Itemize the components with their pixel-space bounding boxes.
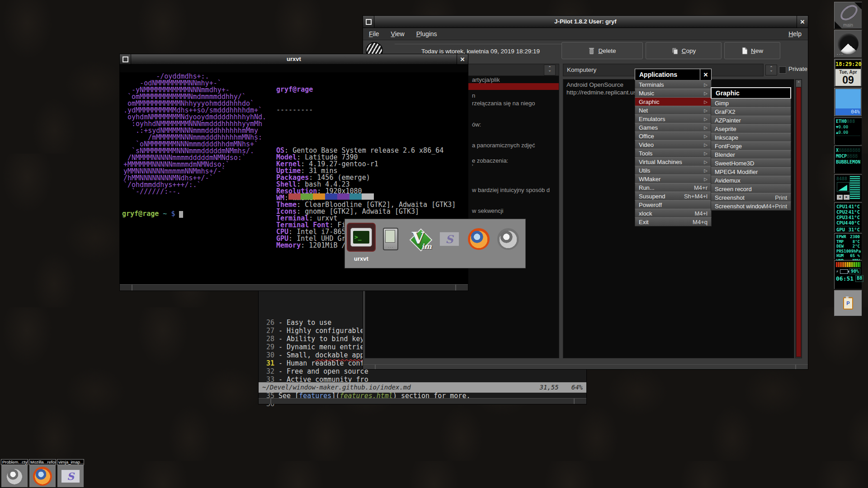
clock-time: 18:29:20: [835, 60, 861, 69]
jpilot-titlebar[interactable]: J-Pilot 1.8.2 User: gryf ✕: [363, 16, 808, 28]
switcher-app[interactable]: [378, 226, 403, 252]
dockapp-memload[interactable]: 04%: [834, 88, 862, 117]
miniwindow-sylpheed[interactable]: vimja_imap... S: [57, 459, 84, 488]
menu-plugins[interactable]: Plugins: [410, 30, 443, 38]
switcher-app[interactable]: [466, 226, 491, 252]
category-spinner[interactable]: ⌃⌄: [765, 65, 777, 75]
menu-item[interactable]: Screenshot windowM4+Print: [711, 202, 791, 211]
private-checkbox[interactable]: [779, 66, 786, 74]
menu-item[interactable]: Terminals▷: [635, 80, 712, 89]
submenu-arrow-icon: ▷: [704, 80, 708, 89]
menu-item[interactable]: ScreenshotPrint: [711, 193, 791, 202]
menu-close-button[interactable]: ✕: [700, 69, 711, 80]
terminal-tabbar[interactable]: [120, 65, 468, 72]
terminal-resizebar[interactable]: [120, 284, 468, 291]
menu-item[interactable]: Music▷: [635, 89, 712, 98]
workspace-clip[interactable]: main: [834, 2, 862, 29]
dockapp-netmonitor[interactable]: ETH0888 ▼0.00 ▲0.00 ▼0.00 ▲0.00: [834, 117, 862, 145]
menu-item[interactable]: Inkscape: [711, 133, 791, 142]
copy-button[interactable]: Copy: [646, 42, 722, 59]
menu-item[interactable]: Blender: [711, 150, 791, 159]
menu-item[interactable]: Net▷: [635, 106, 712, 115]
miniwindow-firefox-gray[interactable]: Problem...ctyl: [1, 459, 28, 488]
dockapp-mixer[interactable]: 8488 ◀ ▶: [834, 174, 862, 202]
vim-resizebar[interactable]: [259, 398, 586, 404]
menu-item[interactable]: Gimp: [711, 99, 791, 108]
memo-scrollbar[interactable]: ⌃: [795, 79, 802, 358]
menu-item[interactable]: Games▷: [635, 123, 712, 132]
switcher-selected-app[interactable]: >_: [347, 223, 376, 252]
net-interface: ETH0: [836, 119, 847, 124]
menu-item[interactable]: Tools▷: [635, 149, 712, 158]
new-label: New: [751, 47, 763, 54]
menu-view[interactable]: View: [385, 30, 410, 38]
menu-item[interactable]: GraFX2: [711, 107, 791, 116]
menu-item[interactable]: Run...M4+r: [635, 183, 712, 192]
line-number: 27: [262, 327, 274, 335]
mixer-next-button[interactable]: ▶: [844, 195, 849, 200]
menu-item[interactable]: Poweroff: [635, 200, 712, 209]
close-icon: ✕: [800, 19, 805, 25]
submenu-arrow-icon: ▷: [704, 123, 708, 131]
switcher-app[interactable]: [495, 226, 521, 252]
switcher-selected-label: urxvt: [347, 255, 376, 262]
jpilot-resizebar[interactable]: [363, 364, 808, 369]
palette-swatch: [301, 193, 313, 200]
left-category-spinner[interactable]: ⌃⌄: [544, 65, 556, 75]
menu-item[interactable]: Emulators▷: [635, 114, 712, 123]
menu-item[interactable]: xlockM4+l: [635, 209, 712, 218]
plug-icon: ⚡: [836, 269, 839, 274]
menu-item[interactable]: SweetHome3D: [711, 159, 791, 168]
miniwindow-firefox[interactable]: Mozilla...refox: [29, 459, 56, 488]
graphic-menu-titlebar[interactable]: Graphic: [711, 87, 791, 99]
menu-item[interactable]: Screen record: [711, 184, 791, 193]
miniaturize-button[interactable]: [363, 16, 374, 28]
menu-item[interactable]: AZPainter: [711, 116, 791, 125]
menu-item[interactable]: SusupendSh+M4+l: [635, 192, 712, 201]
dockapp-weather[interactable]: EPWR2300TMP8°CDEW2°CPRS1009hPaHUM65 %WND…: [834, 233, 862, 259]
dockapp-calclock[interactable]: 18:29:20 Tue, Apr 09: [834, 59, 862, 87]
new-button[interactable]: New: [724, 42, 780, 59]
scroll-up-button[interactable]: ⌃: [796, 80, 801, 87]
menu-file[interactable]: File: [363, 30, 385, 38]
palette-swatch: [313, 193, 325, 200]
applications-menu: Applications ✕ Terminals▷Music▷Graphic▷N…: [635, 69, 712, 226]
menu-item[interactable]: FontForge: [711, 141, 791, 150]
menu-help[interactable]: Help: [782, 30, 808, 38]
menu-item[interactable]: ExitM4+q: [635, 217, 712, 226]
menu-item[interactable]: Graphic▷: [635, 97, 712, 106]
firefox-gray-icon: [5, 467, 24, 486]
menu-item[interactable]: Avidemux: [711, 176, 791, 185]
dockapp-notes[interactable]: P: [834, 290, 862, 316]
close-button[interactable]: ✕: [797, 16, 808, 28]
dockapp-cpu-temps[interactable]: CPU141°CCPU241°CCPU341°CCPU440°CGPU31°C: [834, 202, 862, 232]
line-text: - Dynamic menu entries: [278, 343, 368, 351]
dockapp-recycler[interactable]: ···: [834, 30, 862, 58]
menu-item[interactable]: Utils▷: [635, 166, 712, 175]
battery-percent: 90%: [849, 268, 860, 274]
battery-time: 06:51: [836, 275, 854, 282]
menu-item[interactable]: Virtual Machines▷: [635, 157, 712, 166]
menu-item[interactable]: Office▷: [635, 131, 712, 141]
menu-item[interactable]: MPEG4 Modifier: [711, 167, 791, 176]
menu-item[interactable]: Video▷: [635, 140, 712, 149]
terminal-titlebar[interactable]: urxvt ✕: [120, 54, 468, 65]
scrollbar-thumb[interactable]: [796, 87, 801, 357]
applications-menu-titlebar[interactable]: Applications ✕: [635, 69, 712, 80]
close-button[interactable]: ✕: [457, 54, 468, 64]
switcher-app[interactable]: Vim: [407, 226, 433, 252]
dockapp-mocp-monitor[interactable]: X88888888 MOCP8888 BUBBLEMON: [834, 145, 862, 174]
switcher-app[interactable]: S: [437, 226, 462, 252]
miniwindow-label: Problem...ctyl: [1, 459, 28, 465]
menu-item[interactable]: Aseprite: [711, 124, 791, 133]
memload-percent: 04%: [851, 109, 860, 115]
weather-row: DEW2°C: [836, 244, 860, 249]
app-switcher-panel: >_ Vim S urxvt: [344, 219, 526, 268]
delete-button[interactable]: Delete: [561, 42, 643, 59]
menu-item[interactable]: WMaker▷: [635, 174, 712, 183]
miniaturize-icon: [123, 56, 128, 62]
miniaturize-button[interactable]: [120, 54, 131, 64]
vim-status-bar: ~/Devel/window-maker.github.io/index.md …: [259, 382, 586, 393]
dockapp-battery[interactable]: ⚡ 90% 06:51B8: [834, 260, 862, 289]
mixer-prev-button[interactable]: ◀: [837, 195, 843, 200]
